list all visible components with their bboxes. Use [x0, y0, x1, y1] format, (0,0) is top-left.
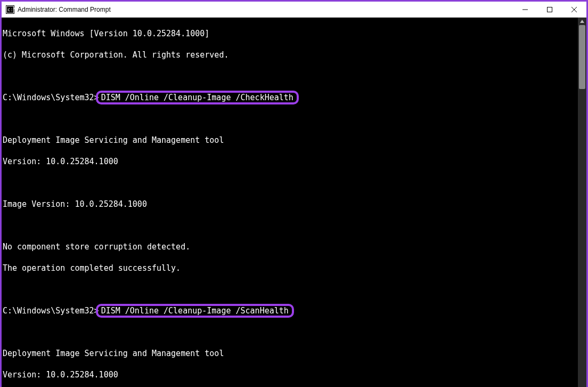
highlighted-command-1: DISM /Online /Cleanup-Image /CheckHealth — [96, 91, 299, 104]
terminal-line: Microsoft Windows [Version 10.0.25284.10… — [3, 28, 577, 39]
scrollbar-thumb[interactable] — [579, 25, 585, 89]
terminal-line — [3, 71, 577, 82]
command-text: DISM /Online /Cleanup-Image /ScanHealth — [101, 305, 289, 316]
scrollbar[interactable] — [578, 18, 586, 387]
maximize-button[interactable] — [537, 2, 562, 18]
prompt-text: C:\Windows\System32> — [3, 305, 99, 316]
terminal[interactable]: Microsoft Windows [Version 10.0.25284.10… — [2, 18, 578, 387]
prompt-row: C:\Windows\System32>DISM /Online /Cleanu… — [3, 92, 577, 103]
window-title: Administrator: Command Prompt — [18, 6, 111, 13]
terminal-line: Image Version: 10.0.25284.1000 — [3, 199, 577, 209]
terminal-line: Version: 10.0.25284.1000 — [3, 369, 577, 380]
terminal-area: Microsoft Windows [Version 10.0.25284.10… — [2, 18, 586, 387]
terminal-line: (c) Microsoft Corporation. All rights re… — [3, 50, 577, 60]
minimize-button[interactable] — [513, 2, 537, 18]
terminal-line — [3, 114, 577, 124]
terminal-line: No component store corruption detected. — [3, 241, 577, 252]
terminal-line — [3, 327, 577, 337]
terminal-line: The operation completed successfully. — [3, 263, 577, 273]
command-text: DISM /Online /Cleanup-Image /CheckHealth — [101, 92, 293, 103]
svg-text:c:\: c:\ — [7, 7, 14, 12]
cmd-icon: c:\ — [6, 5, 14, 14]
close-button[interactable] — [562, 2, 586, 18]
scrollbar-up-icon[interactable] — [578, 18, 586, 25]
terminal-line: Version: 10.0.25284.1000 — [3, 156, 577, 167]
window: c:\ Administrator: Command Prompt Micros… — [0, 0, 588, 387]
svg-marker-8 — [580, 20, 584, 23]
titlebar[interactable]: c:\ Administrator: Command Prompt — [2, 2, 586, 18]
highlighted-command-2: DISM /Online /Cleanup-Image /ScanHealth — [96, 304, 294, 318]
terminal-line: Deployment Image Servicing and Managemen… — [3, 135, 577, 146]
terminal-line — [3, 284, 577, 295]
svg-rect-5 — [548, 7, 552, 12]
prompt-text: C:\Windows\System32> — [3, 92, 99, 103]
terminal-line — [3, 220, 577, 231]
terminal-line — [3, 178, 577, 188]
prompt-row: C:\Windows\System32>DISM /Online /Cleanu… — [3, 305, 577, 316]
terminal-line: Deployment Image Servicing and Managemen… — [3, 348, 577, 359]
